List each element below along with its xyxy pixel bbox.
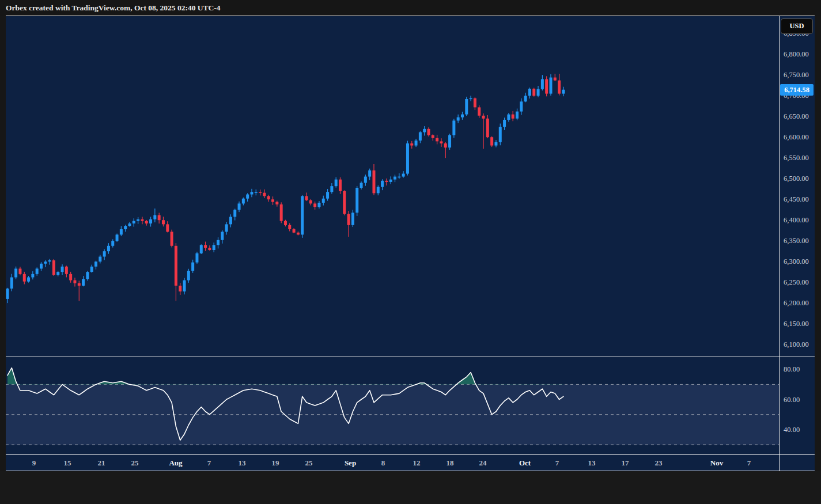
rsi-chart[interactable]: [6, 357, 779, 454]
time-axis-label: 19: [272, 454, 279, 471]
last-price-label: 6,714.58: [780, 84, 814, 96]
chart-widget: 6,850.006,800.006,750.006,700.006,650.00…: [6, 16, 815, 472]
time-axis-label: 24: [479, 454, 487, 471]
price-tick-label: 6,100.00: [784, 340, 809, 349]
time-axis[interactable]: 9152125Aug7131925Sep8121824Oct7131723Nov…: [6, 454, 779, 471]
price-tick-label: 6,600.00: [784, 133, 809, 142]
candlestick-series: [6, 74, 565, 303]
price-tick-label: 6,500.00: [784, 175, 809, 183]
rsi-tick-label: 80.00: [784, 365, 800, 374]
candlestick-chart[interactable]: [6, 16, 779, 357]
price-tick-label: 6,550.00: [784, 154, 809, 162]
time-axis-month-label: Sep: [345, 454, 356, 471]
time-axis-label: 13: [239, 454, 246, 471]
currency-toggle-button[interactable]: USD: [781, 18, 813, 34]
footer-bar: TradingView: [0, 471, 821, 504]
time-axis-month-label: Nov: [710, 454, 723, 471]
time-axis-label: 7: [555, 454, 559, 471]
time-axis-label: 13: [588, 454, 596, 471]
time-axis-label: 15: [64, 454, 71, 471]
time-axis-label: 18: [447, 454, 454, 471]
price-tick-label: 6,650.00: [784, 112, 809, 121]
time-axis-label: 7: [207, 454, 211, 471]
rsi-tick-label: 40.00: [784, 425, 800, 434]
time-axis-label: 12: [413, 454, 421, 471]
price-tick-label: 6,750.00: [784, 71, 809, 79]
rsi-indicator-panel[interactable]: [6, 357, 779, 454]
price-tick-label: 6,800.00: [784, 50, 809, 59]
time-axis-month-label: Aug: [169, 454, 182, 471]
chart-attribution-title: Orbex created with TradingView.com, Oct …: [6, 0, 221, 16]
time-axis-month-label: Oct: [519, 454, 531, 471]
time-axis-label: 23: [655, 454, 663, 471]
time-axis-label: 25: [131, 454, 139, 471]
price-tick-label: 6,150.00: [784, 320, 809, 328]
price-tick-label: 6,300.00: [784, 257, 809, 266]
tradingview-screenshot: Orbex created with TradingView.com, Oct …: [0, 0, 821, 504]
price-tick-label: 6,200.00: [784, 299, 809, 308]
time-axis-label: 9: [32, 454, 36, 471]
time-axis-label: 17: [622, 454, 629, 471]
time-axis-label: 7: [747, 454, 751, 471]
price-tick-label: 6,400.00: [784, 216, 809, 225]
price-axis[interactable]: 6,850.006,800.006,750.006,700.006,650.00…: [780, 16, 815, 454]
time-axis-label: 21: [98, 454, 105, 471]
rsi-tick-label: 60.00: [784, 395, 800, 404]
price-tick-label: 6,250.00: [784, 278, 809, 287]
attribution-bar: Orbex created with TradingView.com, Oct …: [0, 0, 821, 16]
price-tick-label: 6,450.00: [784, 195, 809, 204]
price-tick-label: 6,350.00: [784, 237, 809, 245]
panel-separator[interactable]: [6, 357, 815, 357]
time-axis-label: 8: [381, 454, 385, 471]
main-chart-panel[interactable]: [6, 16, 779, 357]
time-axis-label: 25: [305, 454, 313, 471]
